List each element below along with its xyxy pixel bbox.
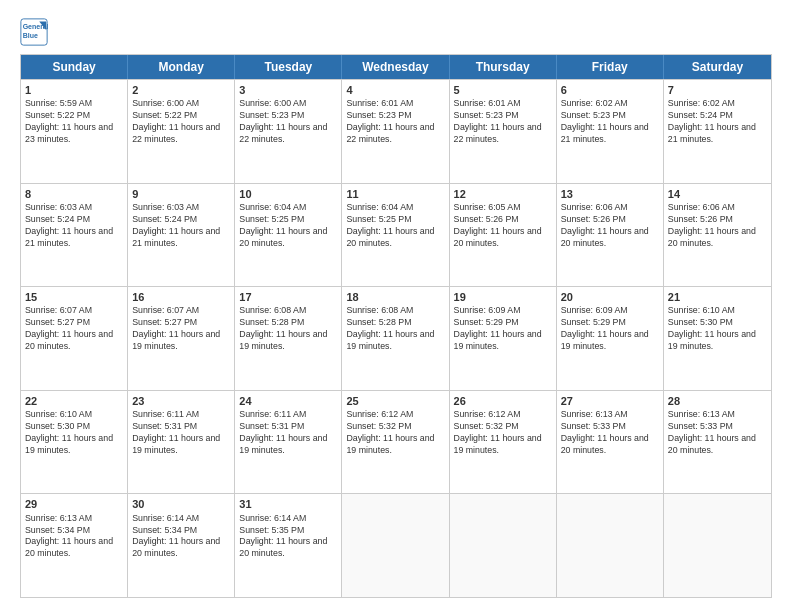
day-number-26: 26 [454,394,552,408]
day-number-30: 30 [132,497,230,511]
day-info-8: Sunrise: 6:03 AM Sunset: 5:24 PM Dayligh… [25,202,123,250]
day-cell-2: 2Sunrise: 6:00 AM Sunset: 5:22 PM Daylig… [128,80,235,183]
day-number-28: 28 [668,394,767,408]
day-number-15: 15 [25,290,123,304]
header-cell-monday: Monday [128,55,235,79]
day-number-1: 1 [25,83,123,97]
day-cell-21: 21Sunrise: 6:10 AM Sunset: 5:30 PM Dayli… [664,287,771,390]
day-cell-26: 26Sunrise: 6:12 AM Sunset: 5:32 PM Dayli… [450,391,557,494]
empty-cell-4-6 [664,494,771,597]
day-cell-6: 6Sunrise: 6:02 AM Sunset: 5:23 PM Daylig… [557,80,664,183]
header-cell-saturday: Saturday [664,55,771,79]
header-cell-thursday: Thursday [450,55,557,79]
day-info-28: Sunrise: 6:13 AM Sunset: 5:33 PM Dayligh… [668,409,767,457]
day-info-18: Sunrise: 6:08 AM Sunset: 5:28 PM Dayligh… [346,305,444,353]
day-cell-16: 16Sunrise: 6:07 AM Sunset: 5:27 PM Dayli… [128,287,235,390]
day-number-22: 22 [25,394,123,408]
day-info-24: Sunrise: 6:11 AM Sunset: 5:31 PM Dayligh… [239,409,337,457]
day-number-25: 25 [346,394,444,408]
day-number-4: 4 [346,83,444,97]
day-number-21: 21 [668,290,767,304]
calendar-row-4: 22Sunrise: 6:10 AM Sunset: 5:30 PM Dayli… [21,390,771,494]
logo-icon: General Blue [20,18,48,46]
day-cell-25: 25Sunrise: 6:12 AM Sunset: 5:32 PM Dayli… [342,391,449,494]
day-number-18: 18 [346,290,444,304]
day-info-13: Sunrise: 6:06 AM Sunset: 5:26 PM Dayligh… [561,202,659,250]
day-info-5: Sunrise: 6:01 AM Sunset: 5:23 PM Dayligh… [454,98,552,146]
day-cell-28: 28Sunrise: 6:13 AM Sunset: 5:33 PM Dayli… [664,391,771,494]
day-number-13: 13 [561,187,659,201]
day-number-19: 19 [454,290,552,304]
day-info-14: Sunrise: 6:06 AM Sunset: 5:26 PM Dayligh… [668,202,767,250]
calendar-row-3: 15Sunrise: 6:07 AM Sunset: 5:27 PM Dayli… [21,286,771,390]
day-info-6: Sunrise: 6:02 AM Sunset: 5:23 PM Dayligh… [561,98,659,146]
day-cell-17: 17Sunrise: 6:08 AM Sunset: 5:28 PM Dayli… [235,287,342,390]
day-info-30: Sunrise: 6:14 AM Sunset: 5:34 PM Dayligh… [132,513,230,561]
day-info-23: Sunrise: 6:11 AM Sunset: 5:31 PM Dayligh… [132,409,230,457]
day-cell-8: 8Sunrise: 6:03 AM Sunset: 5:24 PM Daylig… [21,184,128,287]
day-info-4: Sunrise: 6:01 AM Sunset: 5:23 PM Dayligh… [346,98,444,146]
empty-cell-4-5 [557,494,664,597]
day-info-31: Sunrise: 6:14 AM Sunset: 5:35 PM Dayligh… [239,513,337,561]
day-info-10: Sunrise: 6:04 AM Sunset: 5:25 PM Dayligh… [239,202,337,250]
day-number-24: 24 [239,394,337,408]
day-cell-22: 22Sunrise: 6:10 AM Sunset: 5:30 PM Dayli… [21,391,128,494]
logo: General Blue [20,18,52,46]
day-info-12: Sunrise: 6:05 AM Sunset: 5:26 PM Dayligh… [454,202,552,250]
day-cell-3: 3Sunrise: 6:00 AM Sunset: 5:23 PM Daylig… [235,80,342,183]
day-cell-9: 9Sunrise: 6:03 AM Sunset: 5:24 PM Daylig… [128,184,235,287]
day-number-2: 2 [132,83,230,97]
day-info-22: Sunrise: 6:10 AM Sunset: 5:30 PM Dayligh… [25,409,123,457]
day-cell-19: 19Sunrise: 6:09 AM Sunset: 5:29 PM Dayli… [450,287,557,390]
header: General Blue [20,18,772,46]
day-cell-15: 15Sunrise: 6:07 AM Sunset: 5:27 PM Dayli… [21,287,128,390]
day-number-6: 6 [561,83,659,97]
svg-text:Blue: Blue [23,32,38,39]
header-cell-friday: Friday [557,55,664,79]
day-info-2: Sunrise: 6:00 AM Sunset: 5:22 PM Dayligh… [132,98,230,146]
day-info-16: Sunrise: 6:07 AM Sunset: 5:27 PM Dayligh… [132,305,230,353]
day-info-19: Sunrise: 6:09 AM Sunset: 5:29 PM Dayligh… [454,305,552,353]
empty-cell-4-3 [342,494,449,597]
day-cell-1: 1Sunrise: 5:59 AM Sunset: 5:22 PM Daylig… [21,80,128,183]
day-info-27: Sunrise: 6:13 AM Sunset: 5:33 PM Dayligh… [561,409,659,457]
day-info-3: Sunrise: 6:00 AM Sunset: 5:23 PM Dayligh… [239,98,337,146]
day-cell-5: 5Sunrise: 6:01 AM Sunset: 5:23 PM Daylig… [450,80,557,183]
calendar-row-5: 29Sunrise: 6:13 AM Sunset: 5:34 PM Dayli… [21,493,771,597]
day-number-29: 29 [25,497,123,511]
day-cell-10: 10Sunrise: 6:04 AM Sunset: 5:25 PM Dayli… [235,184,342,287]
day-cell-14: 14Sunrise: 6:06 AM Sunset: 5:26 PM Dayli… [664,184,771,287]
day-cell-7: 7Sunrise: 6:02 AM Sunset: 5:24 PM Daylig… [664,80,771,183]
day-number-27: 27 [561,394,659,408]
day-number-16: 16 [132,290,230,304]
day-number-17: 17 [239,290,337,304]
day-info-26: Sunrise: 6:12 AM Sunset: 5:32 PM Dayligh… [454,409,552,457]
day-cell-12: 12Sunrise: 6:05 AM Sunset: 5:26 PM Dayli… [450,184,557,287]
day-number-23: 23 [132,394,230,408]
day-number-20: 20 [561,290,659,304]
day-number-14: 14 [668,187,767,201]
page: General Blue SundayMondayTuesdayWednesda… [0,0,792,612]
day-cell-23: 23Sunrise: 6:11 AM Sunset: 5:31 PM Dayli… [128,391,235,494]
day-number-7: 7 [668,83,767,97]
day-info-1: Sunrise: 5:59 AM Sunset: 5:22 PM Dayligh… [25,98,123,146]
header-cell-wednesday: Wednesday [342,55,449,79]
day-cell-13: 13Sunrise: 6:06 AM Sunset: 5:26 PM Dayli… [557,184,664,287]
day-cell-11: 11Sunrise: 6:04 AM Sunset: 5:25 PM Dayli… [342,184,449,287]
empty-cell-4-4 [450,494,557,597]
day-number-5: 5 [454,83,552,97]
day-cell-18: 18Sunrise: 6:08 AM Sunset: 5:28 PM Dayli… [342,287,449,390]
day-cell-24: 24Sunrise: 6:11 AM Sunset: 5:31 PM Dayli… [235,391,342,494]
day-number-9: 9 [132,187,230,201]
day-cell-4: 4Sunrise: 6:01 AM Sunset: 5:23 PM Daylig… [342,80,449,183]
calendar-row-1: 1Sunrise: 5:59 AM Sunset: 5:22 PM Daylig… [21,79,771,183]
day-info-9: Sunrise: 6:03 AM Sunset: 5:24 PM Dayligh… [132,202,230,250]
day-number-10: 10 [239,187,337,201]
header-cell-tuesday: Tuesday [235,55,342,79]
day-number-11: 11 [346,187,444,201]
day-info-15: Sunrise: 6:07 AM Sunset: 5:27 PM Dayligh… [25,305,123,353]
day-number-8: 8 [25,187,123,201]
header-cell-sunday: Sunday [21,55,128,79]
calendar: SundayMondayTuesdayWednesdayThursdayFrid… [20,54,772,598]
day-number-3: 3 [239,83,337,97]
